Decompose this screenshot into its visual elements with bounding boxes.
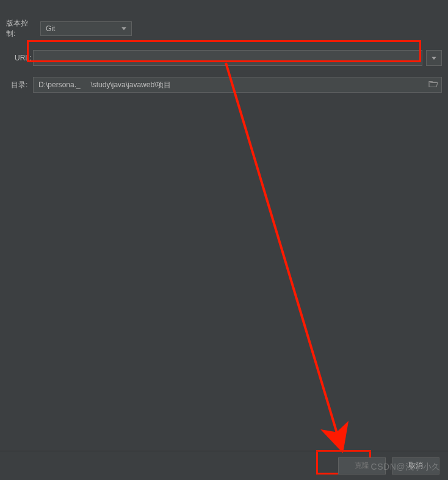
vcs-label: 版本控制: [6,18,40,39]
folder-open-icon[interactable] [428,80,438,90]
url-label: URL: [6,54,33,62]
form-area: 版本控制: Git URL: 目录: [0,0,448,110]
url-input[interactable] [33,50,422,66]
cancel-button[interactable]: 取消 [392,457,439,475]
directory-row: 目录: [6,77,442,93]
directory-input-wrap [33,77,442,93]
url-input-wrap [33,50,422,66]
clone-button-label: 克隆 [355,460,369,471]
chevron-down-icon [432,57,436,60]
vcs-selected-value: Git [46,24,55,33]
clone-button[interactable]: 克隆 [338,457,386,475]
vcs-dropdown[interactable]: Git [40,21,132,36]
url-row: URL: [6,50,442,66]
directory-input[interactable] [33,77,442,93]
directory-label: 目录: [6,80,33,90]
cancel-button-label: 取消 [408,460,423,471]
url-history-button[interactable] [426,50,442,66]
bottom-bar: 克隆 取消 [0,451,448,480]
chevron-down-icon [121,27,126,30]
vcs-row: 版本控制: Git [6,18,442,39]
svg-line-0 [226,63,339,439]
